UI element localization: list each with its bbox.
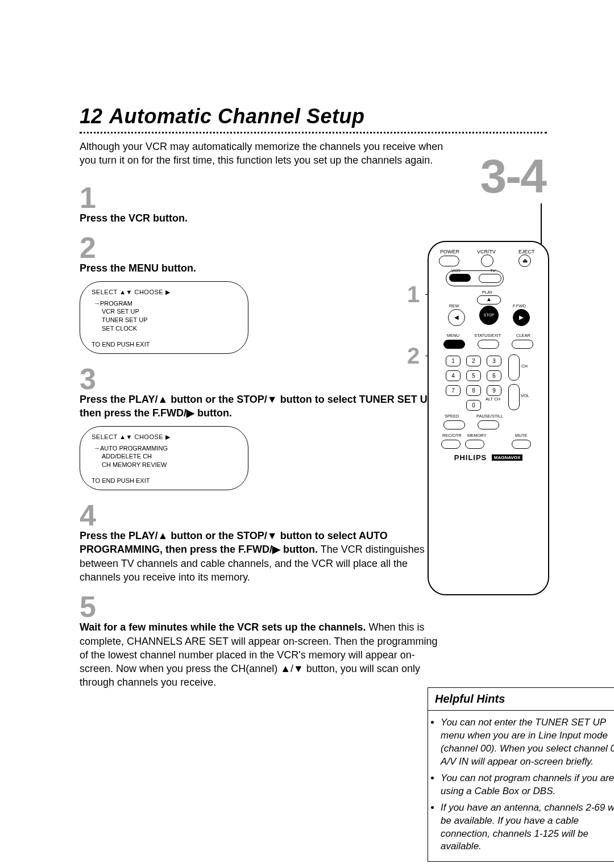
osd-screen-tuner-setup: SELECT ▲▼ CHOOSE ▶ AUTO PROGRAMMING ADD/… <box>80 426 248 491</box>
osd-item: CH MEMORY REVIEW <box>94 461 237 469</box>
status-exit-button <box>478 340 499 349</box>
label-tv: TV <box>490 268 496 273</box>
osd-item: TUNER SET UP <box>94 316 237 324</box>
osd-items: PROGRAM VCR SET UP TUNER SET UP SET CLOC… <box>94 299 237 333</box>
step-number: 3 <box>80 364 445 394</box>
pause-button <box>478 420 499 429</box>
key-8: 8 <box>466 385 481 396</box>
osd-footer: TO END PUSH EXIT <box>92 341 237 348</box>
osd-header: SELECT ▲▼ CHOOSE ▶ <box>92 289 237 296</box>
step-4: 4 Press the PLAY/▲ button or the STOP/▼ … <box>80 500 445 584</box>
key-5: 5 <box>466 370 481 381</box>
label-play: PLAY <box>482 290 493 295</box>
osd-item: VCR SET UP <box>94 307 237 316</box>
label-vcr: VCR <box>451 268 460 273</box>
tv-button <box>479 274 501 283</box>
step-text: Press the MENU button. <box>80 261 445 275</box>
osd-item: PROGRAM <box>94 299 237 308</box>
key-2: 2 <box>466 356 481 366</box>
step-number: 2 <box>80 233 445 262</box>
label-speed: SPEED <box>445 414 459 419</box>
helpful-hints-list: You can not enter the TUNER SET UP menu … <box>441 716 614 853</box>
hint-item: You can not enter the TUNER SET UP menu … <box>441 716 614 769</box>
rew-button: ◀ <box>448 309 465 326</box>
helpful-hints-box: Helpful Hints You can not enter the TUNE… <box>428 687 614 862</box>
eject-button: ⏏ <box>518 254 531 267</box>
label-menu: MENU <box>447 333 459 338</box>
menu-button <box>443 340 465 349</box>
stop-button: STOP <box>479 306 499 325</box>
page-title: Automatic Channel Setup <box>109 105 365 128</box>
key-7: 7 <box>446 385 460 396</box>
step-number: 5 <box>80 592 445 621</box>
vol-rocker <box>508 384 520 410</box>
label-power: POWER <box>440 249 459 254</box>
osd-header: SELECT ▲▼ CHOOSE ▶ <box>92 433 237 441</box>
power-button <box>439 256 459 266</box>
osd-item: AUTO PROGRAMMING <box>94 444 237 453</box>
label-eject: EJECT <box>518 249 535 254</box>
vcr-button <box>449 274 471 282</box>
clear-button <box>512 340 533 349</box>
remote-callout-1: 1 <box>407 282 420 307</box>
helpful-hints-title: Helpful Hints <box>428 688 614 711</box>
speed-button <box>443 420 465 429</box>
label-ch: CH <box>521 364 528 369</box>
step-range-callout: 3-4 <box>480 149 546 204</box>
osd-footer: TO END PUSH EXIT <box>92 477 237 484</box>
step-2: 2 Press the MENU button. SELECT ▲▼ CHOOS… <box>80 233 445 354</box>
osd-item: SET CLOCK <box>94 324 237 333</box>
hint-item: If you have an antenna, channels 2-69 wi… <box>441 802 614 854</box>
label-ffwd: F.FWD <box>513 303 526 308</box>
step-3: 3 Press the PLAY/▲ button or the STOP/▼ … <box>80 364 445 490</box>
brand-magnavox: MAGNAVOX <box>492 454 523 461</box>
steps-column: 1 Press the VCR button. 2 Press the MENU… <box>80 183 445 693</box>
step-number: 1 <box>80 183 445 212</box>
brand-row: PHILIPS MAGNAVOX <box>429 452 548 462</box>
osd-item: ADD/DELETE CH <box>94 452 237 461</box>
remote-callout-2: 2 <box>407 343 420 369</box>
memory-button <box>465 440 484 449</box>
osd-screen-main-menu: SELECT ▲▼ CHOOSE ▶ PROGRAM VCR SET UP TU… <box>80 281 248 354</box>
remote-body: POWER VCR/TV EJECT ⏏ VCR TV PLAY ▲ REW ◀… <box>428 241 549 595</box>
step-text: Press the PLAY/▲ button or the STOP/▼ bu… <box>80 529 445 584</box>
manual-page: 12 Automatic Channel Setup Although your… <box>0 0 614 868</box>
play-button: ▲ <box>477 295 501 304</box>
vcrtv-button <box>481 254 493 267</box>
brand-philips: PHILIPS <box>454 453 487 462</box>
hint-item: You can not program channels if you are … <box>441 772 614 798</box>
step-5: 5 Wait for a few minutes while the VCR s… <box>80 592 445 689</box>
key-6: 6 <box>487 370 501 381</box>
label-status: STATUS/EXIT <box>474 333 501 338</box>
mute-button <box>512 440 531 449</box>
label-vol: VOL <box>521 393 529 398</box>
key-3: 3 <box>487 356 501 366</box>
label-vcrtv: VCR/TV <box>477 249 496 254</box>
ch-rocker <box>508 354 520 381</box>
recotr-button <box>441 440 460 449</box>
ffwd-button: ▶ <box>513 309 530 326</box>
key-1: 1 <box>446 356 460 366</box>
step-1: 1 Press the VCR button. <box>80 183 445 225</box>
label-clear: CLEAR <box>516 333 530 338</box>
page-number: 12 <box>80 105 102 128</box>
heading-dotted-rule <box>80 132 547 133</box>
label-recotr: REC/OTR <box>442 433 462 438</box>
label-altch: ALT CH <box>486 397 500 402</box>
label-mute: MUTE <box>515 433 527 438</box>
label-memory: MEMORY <box>467 433 487 438</box>
step-number: 4 <box>80 500 445 530</box>
label-pause: PAUSE/STILL <box>476 414 503 419</box>
key-9: 9 <box>487 385 501 396</box>
step-text: Press the PLAY/▲ button or the STOP/▼ bu… <box>80 393 445 420</box>
key-0: 0 <box>466 400 481 411</box>
step-text: Wait for a few minutes while the VCR set… <box>80 620 445 689</box>
step-text: Press the VCR button. <box>80 211 445 225</box>
remote-illustration: 1 2 POWER VCR/TV EJECT ⏏ VCR TV PLAY ▲ R… <box>428 241 549 595</box>
page-heading: 12 Automatic Channel Setup <box>80 105 365 128</box>
key-4: 4 <box>446 370 460 381</box>
osd-items: AUTO PROGRAMMING ADD/DELETE CH CH MEMORY… <box>94 444 237 470</box>
label-rew: REW <box>449 303 459 308</box>
intro-paragraph: Although your VCR may automatically memo… <box>80 140 443 168</box>
